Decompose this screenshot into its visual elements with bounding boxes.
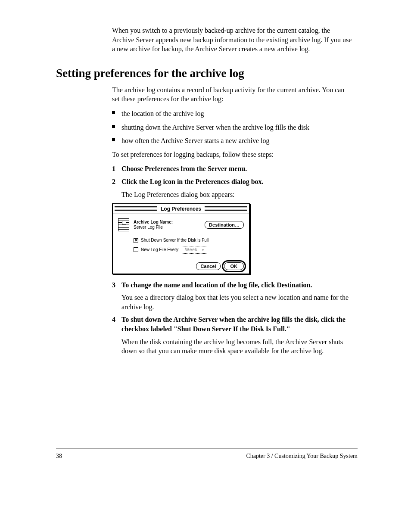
body-paragraph-1: The archive log contains a record of bac… xyxy=(112,85,353,104)
body-paragraph-2: To set preferences for logging backups, … xyxy=(112,150,353,159)
archive-log-name-label: Archive Log Name: xyxy=(134,220,200,225)
step-text: You see a directory dialog box that lets… xyxy=(121,293,353,311)
archive-log-name-value: Server Log File xyxy=(134,225,163,230)
step-number xyxy=(112,190,121,199)
step-text: To change the name and location of the l… xyxy=(121,280,353,290)
step-text: To shut down the Archive Server when the… xyxy=(121,315,353,333)
ok-button[interactable]: OK xyxy=(224,262,244,270)
section-heading: Setting preferences for the archive log xyxy=(56,67,358,80)
log-preferences-dialog: Log Preferences Archive Log Name: Server… xyxy=(112,203,250,274)
step-text: Click the Log icon in the Preferences di… xyxy=(121,177,353,187)
new-log-interval-popup[interactable]: Week xyxy=(182,246,207,254)
chapter-label: Chapter 3 / Customizing Your Backup Syst… xyxy=(246,453,358,460)
shutdown-checkbox[interactable] xyxy=(134,238,138,243)
titlebar-stripes xyxy=(115,206,157,212)
titlebar-stripes xyxy=(205,206,247,212)
log-file-icon xyxy=(118,218,129,231)
step-text: The Log Preferences dialog box appears: xyxy=(121,190,353,199)
dialog-titlebar: Log Preferences xyxy=(113,204,249,214)
step-number xyxy=(112,337,121,356)
intro-paragraph: When you switch to a previously backed-u… xyxy=(112,26,353,54)
new-log-checkbox[interactable] xyxy=(134,247,138,252)
preference-list: the location of the archive log shutting… xyxy=(112,109,353,146)
list-item: shutting down the Archive Server when th… xyxy=(112,123,353,132)
step-text: Choose Preferences from the Server menu. xyxy=(121,164,353,174)
step-number: 3 xyxy=(112,280,121,290)
list-item: how often the Archive Server starts a ne… xyxy=(112,136,353,146)
page-footer: 38 Chapter 3 / Customizing Your Backup S… xyxy=(56,448,358,460)
shutdown-checkbox-label: Shut Down Server If the Disk is Full xyxy=(141,237,209,243)
list-item: the location of the archive log xyxy=(112,109,353,118)
step-number: 1 xyxy=(112,164,121,174)
dialog-title: Log Preferences xyxy=(157,205,205,212)
cancel-button[interactable]: Cancel xyxy=(196,262,220,270)
new-log-checkbox-label: New Log File Every: xyxy=(141,247,179,253)
step-number xyxy=(112,293,121,311)
destination-button[interactable]: Destination… xyxy=(205,221,244,229)
step-number: 4 xyxy=(112,315,121,333)
step-number: 2 xyxy=(112,177,121,187)
step-text: When the disk containing the archive log… xyxy=(121,337,353,356)
page-number: 38 xyxy=(56,453,62,460)
